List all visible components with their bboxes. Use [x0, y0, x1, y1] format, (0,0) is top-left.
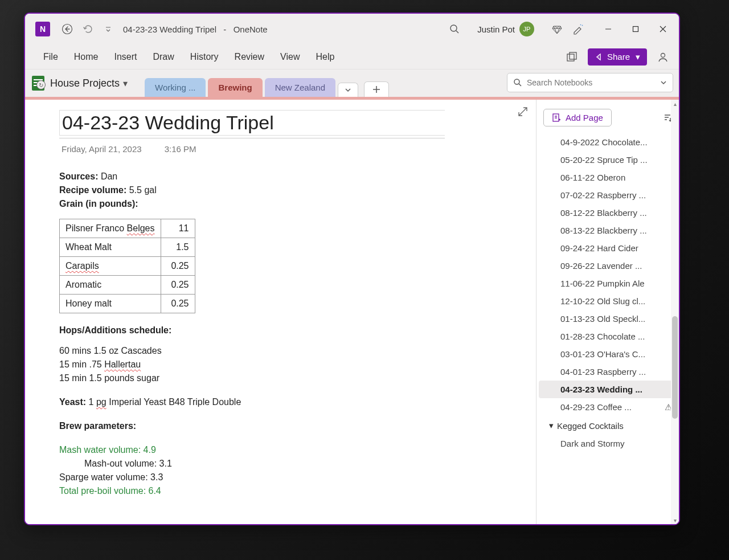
document-title: 04-23-23 Wedding Tripel — [123, 24, 216, 34]
more-sections-button[interactable] — [338, 83, 358, 97]
chevron-down-icon: ▾ — [549, 420, 554, 431]
page-group-toggle[interactable]: ▾Kegged Cocktails — [539, 416, 677, 435]
grain-table[interactable]: Pilsner Franco Belges11Wheat Malt1.5Cara… — [59, 219, 195, 313]
customize-qat-button[interactable] — [98, 19, 118, 39]
add-page-label: Add Page — [566, 113, 603, 122]
svg-rect-4 — [570, 52, 576, 59]
ribbon-draw[interactable]: Draw — [145, 47, 182, 67]
page-list-item[interactable]: 04-23-23 Wedding ... — [539, 381, 677, 398]
scroll-up-arrow[interactable]: ▴ — [672, 101, 678, 107]
title-separator: - — [219, 24, 231, 34]
plus-icon — [372, 85, 380, 93]
ribbon-menu: FileHomeInsertDrawHistoryReviewViewHelp … — [25, 44, 679, 70]
maximize-icon — [632, 26, 639, 32]
close-icon — [660, 26, 666, 32]
windows-icon — [566, 51, 578, 63]
page-list-item[interactable]: 01-13-23 Old Speckl... — [539, 310, 677, 328]
comments-button[interactable] — [652, 46, 674, 68]
premium-button[interactable] — [547, 19, 567, 39]
note-canvas[interactable]: 04-23-23 Wedding Tripel Friday, April 21… — [25, 100, 536, 524]
search-input[interactable] — [527, 78, 660, 87]
minimize-button[interactable] — [595, 17, 622, 42]
sparge-water: Sparge water volume: 3.3 — [59, 471, 536, 484]
chevron-down-icon[interactable] — [660, 79, 667, 86]
note-content[interactable]: Sources: Dan Recipe volume: 5.5 gal Grai… — [59, 170, 536, 498]
mash-out: Mash-out volume: 3.1 — [59, 457, 536, 471]
ribbon-insert[interactable]: Insert — [106, 47, 145, 67]
svg-point-5 — [661, 53, 665, 57]
page-list-item[interactable]: 09-26-22 Lavender ... — [539, 257, 677, 275]
chevron-down-icon: ▾ — [636, 52, 640, 62]
sources-label: Sources: — [59, 171, 98, 181]
minimize-icon — [605, 26, 612, 32]
section-tab-new-zealand[interactable]: New Zealand — [265, 78, 335, 97]
chevron-down-icon — [345, 87, 351, 93]
page-list-item[interactable]: 06-11-22 Oberon — [539, 169, 677, 186]
page-list-item[interactable]: Dark and Stormy — [539, 435, 677, 452]
sync-status-icon[interactable]: ↻ — [36, 80, 46, 89]
page-list-item[interactable]: 08-12-22 Blackberry ... — [539, 204, 677, 222]
pen-button[interactable] — [567, 19, 588, 39]
back-button[interactable] — [57, 19, 77, 39]
share-button[interactable]: Share ▾ — [588, 48, 647, 66]
page-list-panel: Add Page 04-9-2022 Chocolate...05-20-22 … — [536, 100, 679, 524]
page-list-item[interactable]: 09-24-22 Hard Cider — [539, 239, 677, 257]
page-list-item[interactable]: 01-28-23 Chocolate ... — [539, 328, 677, 345]
user-avatar[interactable]: JP — [519, 22, 534, 36]
ribbon-history[interactable]: History — [182, 47, 227, 67]
page-list-item[interactable]: 04-29-23 Coffee ... — [539, 398, 677, 416]
add-page-button[interactable]: Add Page — [543, 109, 612, 126]
table-row[interactable]: Carapils0.25 — [60, 257, 195, 276]
hops-line: 15 min 1.5 pounds sugar — [59, 371, 536, 385]
mash-water: Mash water volume: 4.9 — [59, 443, 536, 457]
expand-page-button[interactable] — [518, 107, 528, 117]
section-tab-working-[interactable]: Working ... — [145, 78, 206, 97]
undo-icon — [82, 23, 93, 35]
notebook-sections-row: ↻ House Projects ▾ Working ...BrewingNew… — [25, 70, 679, 97]
page-list-item[interactable]: 08-13-22 Blackberry ... — [539, 222, 677, 239]
ribbon-help[interactable]: Help — [308, 47, 342, 67]
svg-point-6 — [514, 79, 519, 84]
page-title-input[interactable]: 04-23-23 Wedding Tripel — [59, 110, 445, 136]
scrollbar-thumb[interactable] — [672, 316, 678, 419]
undo-button[interactable] — [77, 19, 98, 39]
page-list-item[interactable]: 04-9-2022 Chocolate... — [539, 133, 677, 151]
search-button[interactable] — [444, 19, 465, 39]
page-list-item[interactable]: 03-01-23 O'Hara's C... — [539, 345, 677, 363]
table-row[interactable]: Pilsner Franco Belges11 — [60, 219, 195, 238]
search-icon — [513, 78, 522, 87]
maximize-button[interactable] — [622, 17, 649, 42]
add-section-button[interactable] — [364, 81, 389, 97]
ribbon-view[interactable]: View — [272, 47, 308, 67]
ribbon-file[interactable]: File — [35, 47, 66, 67]
ribbon-home[interactable]: Home — [66, 47, 107, 67]
open-in-new-window-button[interactable] — [560, 46, 583, 68]
close-button[interactable] — [649, 17, 677, 42]
svg-rect-2 — [633, 27, 638, 32]
page-list-item[interactable]: 04-01-23 Raspberry ... — [539, 363, 677, 381]
brew-params-label: Brew parameters: — [59, 421, 136, 431]
ribbon-review[interactable]: Review — [227, 47, 272, 67]
page-list-item[interactable]: 11-06-22 Pumpkin Ale — [539, 275, 677, 292]
person-icon — [657, 51, 669, 63]
expand-icon — [518, 107, 528, 117]
table-row[interactable]: Aromatic0.25 — [60, 276, 195, 295]
titlebar: N 04-23-23 Wedding Tripel - OneNote Just… — [25, 14, 679, 44]
user-name[interactable]: Justin Pot — [477, 24, 515, 34]
volume-value: 5.5 gal — [126, 185, 156, 195]
page-time: 3:16 PM — [165, 144, 196, 154]
onenote-window: N 04-23-23 Wedding Tripel - OneNote Just… — [24, 13, 680, 525]
pagelist-scrollbar[interactable]: ▴ ▾ — [671, 100, 679, 524]
page-list-item[interactable]: 12-10-22 Old Slug cl... — [539, 292, 677, 310]
search-notebooks-box[interactable] — [507, 73, 673, 92]
page-list-item[interactable]: 05-20-22 Spruce Tip ... — [539, 151, 677, 169]
section-tab-brewing[interactable]: Brewing — [208, 78, 262, 97]
page-list-item[interactable]: 07-02-22 Raspberry ... — [539, 186, 677, 204]
table-row[interactable]: Wheat Malt1.5 — [60, 238, 195, 257]
hops-label: Hops/Additions schedule: — [59, 325, 171, 335]
table-row[interactable]: Honey malt0.25 — [60, 295, 195, 313]
notebook-picker[interactable]: House Projects — [50, 77, 120, 89]
share-icon — [595, 52, 604, 62]
scroll-down-arrow[interactable]: ▾ — [672, 517, 678, 523]
notebook-chevron-icon[interactable]: ▾ — [123, 78, 128, 89]
